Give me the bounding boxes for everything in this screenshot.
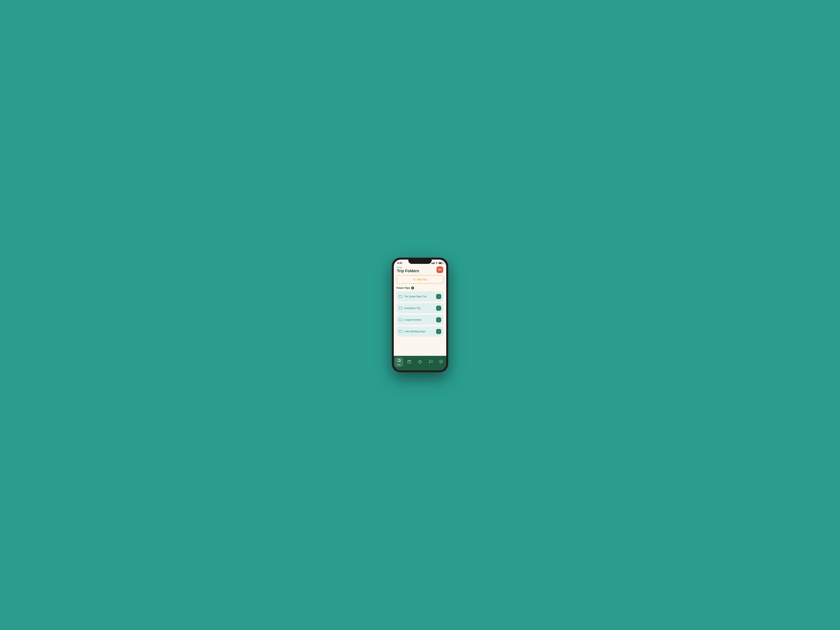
plus-icon: ⊕	[413, 278, 415, 281]
piggybank-icon	[418, 360, 422, 365]
trip-chevron-graduation[interactable]: ›	[436, 306, 441, 311]
phone-device: 9:41	[392, 257, 448, 373]
trip-name: The Queen Bees Trip	[404, 295, 426, 298]
compass-icon	[439, 360, 443, 365]
nav-item-compass[interactable]	[437, 358, 445, 366]
phone-screen: 9:41	[394, 260, 446, 370]
svg-point-3	[419, 362, 420, 362]
chat-icon	[429, 360, 433, 365]
nav-item-piggybank[interactable]	[415, 358, 425, 366]
notch	[408, 260, 432, 264]
nav-item-calendar[interactable]	[405, 358, 414, 366]
trip-name: Lala's Birthday Bash	[404, 330, 425, 333]
section-title: Future Trips	[396, 287, 410, 289]
header-left: Home Trip Folders	[397, 266, 419, 273]
scroll-content: ⊕ Add Trip Future Trips ✓ The	[394, 275, 446, 356]
trip-chevron-birthday[interactable]: ›	[436, 329, 441, 334]
trip-name: Graduation Trip	[404, 307, 420, 309]
section-header-future-trips: Future Trips ✓	[396, 286, 444, 289]
folder-icon	[399, 330, 402, 333]
trip-name: Couples Retreat	[404, 319, 421, 321]
wifi-icon	[435, 262, 438, 264]
trip-item-birthday[interactable]: Lala's Birthday Bash ›	[396, 327, 444, 336]
nav-item-chat[interactable]	[426, 358, 435, 366]
signal-icon	[431, 262, 434, 264]
trip-chevron-couples[interactable]: ›	[436, 317, 441, 322]
nav-label-file: File	[398, 364, 401, 366]
svg-point-2	[418, 361, 421, 363]
status-icons	[431, 262, 443, 264]
trip-item-graduation[interactable]: Graduation Trip ›	[396, 303, 444, 313]
page-header: Home Trip Folders SH	[394, 265, 446, 275]
trip-item-queen-bees[interactable]: The Queen Bees Trip ›	[396, 292, 444, 302]
folder-icon	[399, 295, 402, 298]
nav-item-file[interactable]: File	[395, 357, 403, 367]
status-time: 9:41	[397, 262, 402, 264]
avatar[interactable]: SH	[437, 266, 443, 273]
trip-item-couples[interactable]: Couples Retreat ›	[396, 315, 444, 325]
calendar-icon	[407, 360, 411, 365]
page-title: Trip Folders	[397, 269, 419, 273]
add-trip-label: Add Trip	[417, 278, 427, 281]
svg-rect-0	[398, 359, 399, 362]
add-trip-button[interactable]: ⊕ Add Trip	[396, 275, 444, 284]
breadcrumb: Home	[397, 266, 419, 268]
svg-point-4	[439, 360, 442, 363]
folder-icon	[399, 318, 402, 322]
svg-rect-1	[408, 360, 411, 363]
folder-icon	[399, 306, 402, 310]
bottom-nav: File	[394, 356, 446, 370]
trip-chevron-queen-bees[interactable]: ›	[436, 294, 441, 299]
battery-icon	[439, 262, 443, 264]
section-badge: ✓	[411, 286, 414, 289]
file-icon	[397, 358, 401, 363]
